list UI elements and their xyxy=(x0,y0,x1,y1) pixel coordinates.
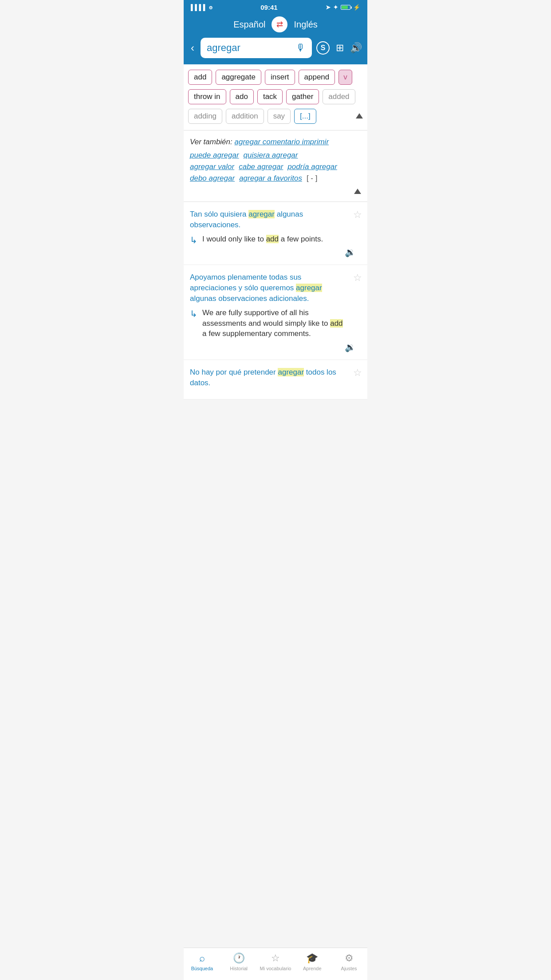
also-link-podria-agregar[interactable]: podría agregar xyxy=(287,162,337,171)
example-en-1: I would only like to add a few points. xyxy=(190,234,361,245)
back-button[interactable]: ‹ xyxy=(189,40,196,56)
chip-aggregate[interactable]: aggregate xyxy=(216,70,261,85)
sound-icon-1: 🔉 xyxy=(345,247,356,257)
es-highlight-1: agregar xyxy=(248,210,275,218)
chip-insert[interactable]: insert xyxy=(265,70,295,85)
also-links-row-3: debo agregar agregar a favoritos [ - ] xyxy=(190,174,361,183)
also-see-label: Ver también: xyxy=(190,138,234,146)
star-button-1[interactable]: ☆ xyxy=(353,209,362,221)
toolbar-icons: S ⊞ 🔊 xyxy=(316,41,362,55)
signal-icon: ▌▌▌▌ xyxy=(191,4,207,11)
header: Español ⇄ Inglés ‹ agregar 🎙 S ⊞ 🔊 xyxy=(184,13,367,64)
chip-ado[interactable]: ado xyxy=(230,89,254,104)
chips-row-3: adding addition say [...] xyxy=(188,109,363,124)
chips-row-1: add aggregate insert append v xyxy=(188,70,363,85)
chip-addition[interactable]: addition xyxy=(226,109,264,124)
collapse-also-see-icon xyxy=(354,189,361,194)
collapse-chips-button[interactable] xyxy=(356,113,363,120)
swap-languages-button[interactable]: ⇄ xyxy=(272,16,287,32)
also-links-row-2: agregar valor cabe agregar podría agrega… xyxy=(190,162,361,171)
also-link-agregar-favoritos[interactable]: agregar a favoritos xyxy=(239,174,302,183)
chip-add[interactable]: add xyxy=(188,70,212,85)
sound-icon-2: 🔉 xyxy=(345,342,356,352)
chip-gather[interactable]: gather xyxy=(286,89,319,104)
grid-icon[interactable]: ⊞ xyxy=(336,42,344,54)
lang-from-label: Español xyxy=(233,20,265,30)
example-item-1: ☆ Tan sólo quisiera agregar algunas obse… xyxy=(184,202,367,265)
status-time: 09:41 xyxy=(260,4,277,11)
en-highlight-2: add xyxy=(330,319,342,328)
example-item-3: ☆ No hay por qué pretender agregar todos… xyxy=(184,360,367,399)
signal-indicators: ▌▌▌▌ ⌾ xyxy=(191,4,213,11)
sound-button-1[interactable]: 🔉 xyxy=(190,244,361,257)
also-link-agregar-comentario[interactable]: agregar comentario imprimir xyxy=(234,138,329,146)
chip-added[interactable]: added xyxy=(323,89,355,104)
example-es-3: No hay por qué pretender agregar todos l… xyxy=(190,367,361,388)
status-bar: ▌▌▌▌ ⌾ 09:41 ➤ ✦ ⚡ xyxy=(184,0,367,13)
star-button-3[interactable]: ☆ xyxy=(353,367,362,379)
example-item-2: ☆ Apoyamos plenamente todas sus apreciac… xyxy=(184,265,367,360)
chip-throw-in[interactable]: throw in xyxy=(188,89,226,104)
battery-icon xyxy=(341,5,350,10)
part-of-speech-badge: v xyxy=(338,70,352,85)
also-see-section: Ver también: agregar comentario imprimir… xyxy=(184,130,367,202)
volume-icon[interactable]: 🔊 xyxy=(350,42,362,54)
en-highlight-1: add xyxy=(266,235,279,243)
chip-append[interactable]: append xyxy=(299,70,335,85)
language-selector: Español ⇄ Inglés xyxy=(189,16,362,32)
search-box[interactable]: agregar 🎙 xyxy=(201,38,312,58)
also-see-collapse-row xyxy=(190,186,361,200)
search-row: ‹ agregar 🎙 S ⊞ 🔊 xyxy=(189,38,362,58)
examples-section: ☆ Tan sólo quisiera agregar algunas obse… xyxy=(184,202,367,399)
es-highlight-3: agregar xyxy=(278,368,304,376)
example-en-2: We are fully supportive of all his asses… xyxy=(190,308,361,339)
translation-chips-area: add aggregate insert append v throw in a… xyxy=(184,64,367,130)
also-link-agregar-valor[interactable]: agregar valor xyxy=(190,162,234,171)
collapse-also-see-button[interactable] xyxy=(354,188,361,195)
star-button-2[interactable]: ☆ xyxy=(353,272,362,284)
bracket-collapse-link[interactable]: [ - ] xyxy=(307,174,318,183)
bluetooth-icon: ✦ xyxy=(333,4,338,11)
also-links-row-1: puede agregar quisiera agregar xyxy=(190,151,361,160)
es-highlight-2: agregar xyxy=(296,284,322,292)
chip-tack[interactable]: tack xyxy=(257,89,283,104)
also-link-debo-agregar[interactable]: debo agregar xyxy=(190,174,235,183)
swap-arrows-icon: ⇄ xyxy=(276,20,283,29)
lightning-icon: ⚡ xyxy=(353,4,360,11)
collapse-arrow-icon xyxy=(356,113,363,119)
lang-to-label: Inglés xyxy=(294,20,317,30)
also-link-puede-agregar[interactable]: puede agregar xyxy=(190,151,239,160)
s-circle-button[interactable]: S xyxy=(316,41,330,55)
sound-button-2[interactable]: 🔉 xyxy=(190,339,361,352)
example-es-2: Apoyamos plenamente todas sus apreciacio… xyxy=(190,272,361,304)
wifi-icon: ⌾ xyxy=(209,4,213,11)
chip-adding[interactable]: adding xyxy=(188,109,222,124)
also-link-quisiera-agregar[interactable]: quisiera agregar xyxy=(244,151,298,160)
also-link-cabe-agregar[interactable]: cabe agregar xyxy=(239,162,283,171)
chip-say[interactable]: say xyxy=(268,109,291,124)
search-input[interactable]: agregar xyxy=(207,42,291,54)
chip-more[interactable]: [...] xyxy=(294,109,316,124)
location-icon: ➤ xyxy=(326,4,331,11)
also-see-title: Ver también: agregar comentario imprimir xyxy=(190,138,361,146)
microphone-icon[interactable]: 🎙 xyxy=(296,42,306,54)
example-es-1: Tan sólo quisiera agregar algunas observ… xyxy=(190,209,361,230)
status-right-icons: ➤ ✦ ⚡ xyxy=(326,4,360,11)
chips-row-2: throw in ado tack gather added xyxy=(188,89,363,104)
